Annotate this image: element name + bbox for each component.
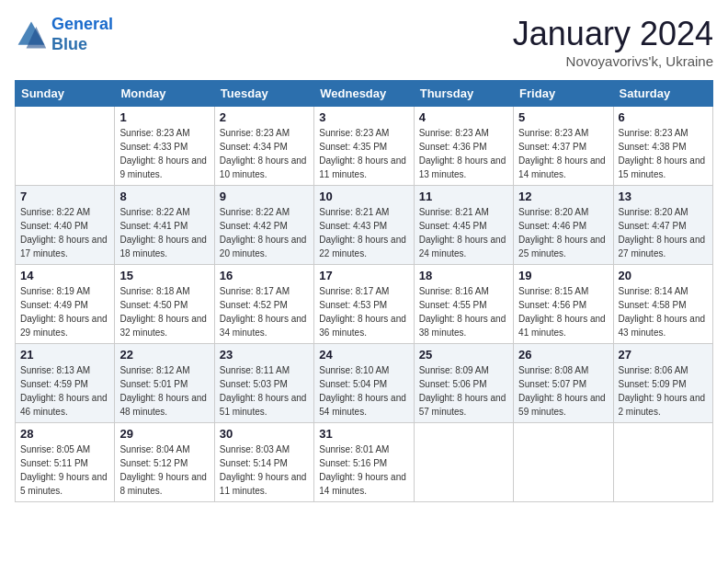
week-row-1: 1 Sunrise: 8:23 AM Sunset: 4:33 PM Dayli…	[16, 107, 713, 186]
day-number: 2	[220, 110, 309, 124]
day-number: 29	[119, 427, 209, 441]
sunrise-text: Sunrise: 8:03 AM	[220, 442, 309, 456]
day-number: 5	[518, 110, 608, 124]
day-info: Sunrise: 8:23 AM Sunset: 4:36 PM Dayligh…	[419, 126, 508, 181]
day-number: 28	[20, 427, 109, 441]
sunset-text: Sunset: 4:40 PM	[20, 219, 109, 233]
week-row-2: 7 Sunrise: 8:22 AM Sunset: 4:40 PM Dayli…	[16, 186, 713, 265]
week-row-4: 21 Sunrise: 8:13 AM Sunset: 4:59 PM Dayl…	[16, 344, 713, 423]
day-info: Sunrise: 8:23 AM Sunset: 4:38 PM Dayligh…	[619, 126, 708, 181]
table-row: 14 Sunrise: 8:19 AM Sunset: 4:49 PM Dayl…	[16, 265, 115, 344]
col-wednesday: Wednesday	[314, 81, 414, 107]
table-row: 4 Sunrise: 8:23 AM Sunset: 4:36 PM Dayli…	[414, 107, 513, 186]
daylight-text: Daylight: 8 hours and 34 minutes.	[220, 312, 309, 339]
day-info: Sunrise: 8:22 AM Sunset: 4:42 PM Dayligh…	[220, 205, 309, 260]
day-info: Sunrise: 8:23 AM Sunset: 4:34 PM Dayligh…	[220, 126, 309, 181]
title-block: January 2024 Novoyavorivs'k, Ukraine	[513, 15, 713, 69]
day-number: 8	[119, 190, 209, 203]
sunset-text: Sunset: 5:16 PM	[319, 456, 408, 470]
table-row: 6 Sunrise: 8:23 AM Sunset: 4:38 PM Dayli…	[613, 107, 712, 186]
sunrise-text: Sunrise: 8:23 AM	[419, 126, 508, 140]
day-info: Sunrise: 8:18 AM Sunset: 4:50 PM Dayligh…	[119, 284, 209, 339]
day-number: 11	[419, 190, 508, 203]
daylight-text: Daylight: 8 hours and 20 minutes.	[220, 233, 309, 260]
day-info: Sunrise: 8:16 AM Sunset: 4:55 PM Dayligh…	[419, 284, 508, 339]
daylight-text: Daylight: 8 hours and 17 minutes.	[20, 233, 109, 260]
sunset-text: Sunset: 5:11 PM	[20, 456, 109, 470]
day-info: Sunrise: 8:09 AM Sunset: 5:06 PM Dayligh…	[419, 363, 508, 419]
day-info: Sunrise: 8:19 AM Sunset: 4:49 PM Dayligh…	[20, 284, 109, 339]
table-row: 18 Sunrise: 8:16 AM Sunset: 4:55 PM Dayl…	[414, 265, 513, 344]
sunset-text: Sunset: 4:55 PM	[419, 298, 508, 312]
sunset-text: Sunset: 5:07 PM	[518, 377, 608, 391]
day-number: 25	[419, 348, 508, 362]
daylight-text: Daylight: 8 hours and 54 minutes.	[319, 391, 408, 419]
sunset-text: Sunset: 4:46 PM	[518, 219, 608, 233]
day-number: 17	[319, 269, 408, 282]
table-row: 30 Sunrise: 8:03 AM Sunset: 5:14 PM Dayl…	[214, 423, 313, 502]
daylight-text: Daylight: 8 hours and 22 minutes.	[319, 233, 408, 260]
sunrise-text: Sunrise: 8:14 AM	[619, 284, 708, 298]
sunrise-text: Sunrise: 8:23 AM	[619, 126, 708, 140]
table-row: 25 Sunrise: 8:09 AM Sunset: 5:06 PM Dayl…	[414, 344, 513, 423]
daylight-text: Daylight: 8 hours and 29 minutes.	[20, 312, 109, 339]
day-number: 18	[419, 269, 508, 282]
sunrise-text: Sunrise: 8:05 AM	[20, 442, 109, 456]
sunrise-text: Sunrise: 8:11 AM	[220, 363, 309, 377]
day-info: Sunrise: 8:23 AM Sunset: 4:35 PM Dayligh…	[319, 126, 408, 181]
sunrise-text: Sunrise: 8:01 AM	[319, 442, 408, 456]
table-row	[414, 423, 513, 502]
day-info: Sunrise: 8:22 AM Sunset: 4:41 PM Dayligh…	[119, 205, 209, 260]
day-number: 13	[619, 190, 708, 203]
table-row: 7 Sunrise: 8:22 AM Sunset: 4:40 PM Dayli…	[16, 186, 115, 265]
table-row: 28 Sunrise: 8:05 AM Sunset: 5:11 PM Dayl…	[16, 423, 115, 502]
day-number: 6	[619, 110, 708, 124]
sunset-text: Sunset: 5:14 PM	[220, 456, 309, 470]
day-info: Sunrise: 8:23 AM Sunset: 4:33 PM Dayligh…	[119, 126, 209, 181]
sunrise-text: Sunrise: 8:20 AM	[619, 205, 708, 219]
table-row: 12 Sunrise: 8:20 AM Sunset: 4:46 PM Dayl…	[514, 186, 613, 265]
col-thursday: Thursday	[414, 81, 513, 107]
day-number: 3	[319, 110, 408, 124]
day-number: 16	[220, 269, 309, 282]
table-row: 29 Sunrise: 8:04 AM Sunset: 5:12 PM Dayl…	[115, 423, 214, 502]
sunrise-text: Sunrise: 8:20 AM	[518, 205, 608, 219]
sunrise-text: Sunrise: 8:04 AM	[119, 442, 209, 456]
sunset-text: Sunset: 4:53 PM	[319, 298, 408, 312]
daylight-text: Daylight: 8 hours and 36 minutes.	[319, 312, 408, 339]
logo: General Blue	[15, 15, 113, 54]
col-monday: Monday	[115, 81, 214, 107]
day-info: Sunrise: 8:21 AM Sunset: 4:45 PM Dayligh…	[419, 205, 508, 260]
table-row: 5 Sunrise: 8:23 AM Sunset: 4:37 PM Dayli…	[514, 107, 613, 186]
table-row	[613, 423, 712, 502]
day-info: Sunrise: 8:20 AM Sunset: 4:46 PM Dayligh…	[518, 205, 608, 260]
table-row: 31 Sunrise: 8:01 AM Sunset: 5:16 PM Dayl…	[314, 423, 414, 502]
daylight-text: Daylight: 8 hours and 13 minutes.	[419, 154, 508, 181]
table-row: 2 Sunrise: 8:23 AM Sunset: 4:34 PM Dayli…	[214, 107, 313, 186]
day-number: 30	[220, 427, 309, 441]
table-row: 20 Sunrise: 8:14 AM Sunset: 4:58 PM Dayl…	[613, 265, 712, 344]
sunset-text: Sunset: 4:47 PM	[619, 219, 708, 233]
daylight-text: Daylight: 8 hours and 24 minutes.	[419, 233, 508, 260]
day-info: Sunrise: 8:06 AM Sunset: 5:09 PM Dayligh…	[619, 363, 708, 419]
table-row: 23 Sunrise: 8:11 AM Sunset: 5:03 PM Dayl…	[214, 344, 313, 423]
location-subtitle: Novoyavorivs'k, Ukraine	[513, 53, 713, 69]
daylight-text: Daylight: 8 hours and 11 minutes.	[319, 154, 408, 181]
sunrise-text: Sunrise: 8:12 AM	[119, 363, 209, 377]
day-number: 20	[619, 269, 708, 282]
col-saturday: Saturday	[613, 81, 712, 107]
table-row	[514, 423, 613, 502]
daylight-text: Daylight: 8 hours and 27 minutes.	[619, 233, 708, 260]
daylight-text: Daylight: 8 hours and 15 minutes.	[619, 154, 708, 181]
sunset-text: Sunset: 5:06 PM	[419, 377, 508, 391]
day-number: 4	[419, 110, 508, 124]
sunrise-text: Sunrise: 8:23 AM	[518, 126, 608, 140]
table-row: 16 Sunrise: 8:17 AM Sunset: 4:52 PM Dayl…	[214, 265, 313, 344]
table-row: 27 Sunrise: 8:06 AM Sunset: 5:09 PM Dayl…	[613, 344, 712, 423]
sunrise-text: Sunrise: 8:09 AM	[419, 363, 508, 377]
sunrise-text: Sunrise: 8:15 AM	[518, 284, 608, 298]
sunrise-text: Sunrise: 8:16 AM	[419, 284, 508, 298]
day-info: Sunrise: 8:17 AM Sunset: 4:53 PM Dayligh…	[319, 284, 408, 339]
sunrise-text: Sunrise: 8:23 AM	[220, 126, 309, 140]
sunset-text: Sunset: 4:42 PM	[220, 219, 309, 233]
